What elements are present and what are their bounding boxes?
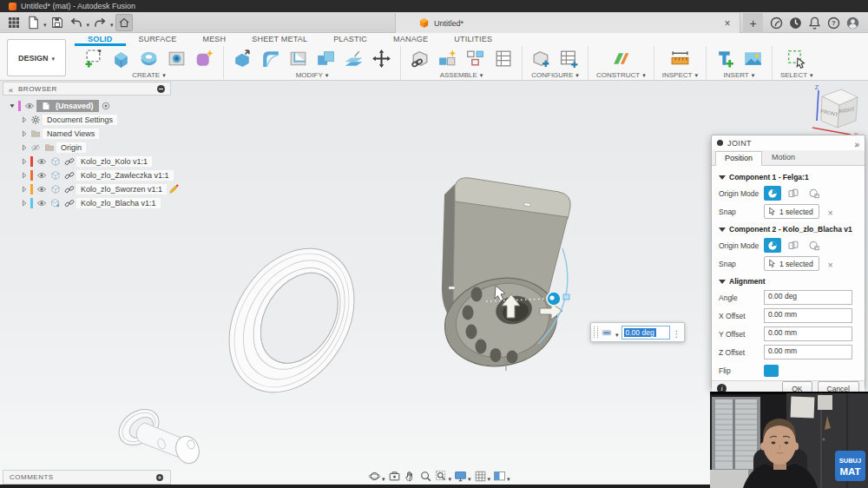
collapse-browser-icon[interactable] xyxy=(9,81,18,96)
group-label-configure[interactable]: CONFIGURE xyxy=(531,71,579,79)
user-avatar[interactable] xyxy=(845,16,860,30)
drag-handle-icon[interactable] xyxy=(594,326,598,338)
configuration-table-icon[interactable] xyxy=(558,48,580,69)
expand-closed-icon[interactable] xyxy=(20,115,29,124)
component2-section-header[interactable]: Component 2 - Kolo_zlo_Blacha v1 xyxy=(719,225,858,234)
browser-root-row[interactable]: (Unsaved) xyxy=(3,99,171,112)
expand-closed-icon[interactable] xyxy=(20,185,29,194)
clear-selection-icon[interactable] xyxy=(828,256,833,272)
display-settings-icon[interactable] xyxy=(454,469,471,485)
ribbon-tab-sheet-metal[interactable]: SHEET METAL xyxy=(239,33,320,46)
combine-icon[interactable] xyxy=(315,48,337,69)
comments-bar[interactable]: COMMENTS xyxy=(3,470,171,485)
document-tab[interactable]: Untitled* xyxy=(395,13,740,33)
new-component-icon[interactable] xyxy=(409,48,431,69)
revolve-icon[interactable] xyxy=(138,48,160,69)
hole-icon[interactable] xyxy=(166,48,187,69)
eye-icon[interactable] xyxy=(24,101,35,111)
eye-icon[interactable] xyxy=(36,170,47,181)
model-felga[interactable] xyxy=(204,226,380,416)
offset-face-icon[interactable] xyxy=(343,48,365,69)
create-sketch-icon[interactable] xyxy=(82,48,104,69)
view-cube[interactable]: Z X FRONT RIGHT xyxy=(800,82,866,138)
expand-closed-icon[interactable] xyxy=(20,157,29,166)
between-two-faces-button[interactable] xyxy=(785,186,802,201)
clear-selection-icon[interactable] xyxy=(828,204,833,220)
ribbon-tab-solid[interactable]: SOLID xyxy=(75,33,126,46)
group-label-assemble[interactable]: ASSEMBLE xyxy=(440,71,483,79)
viewports-icon-caret[interactable] xyxy=(507,469,510,485)
browser-options-icon[interactable] xyxy=(157,85,165,93)
configure-icon[interactable] xyxy=(530,48,552,69)
ribbon-tab-manage[interactable]: MANAGE xyxy=(380,33,441,46)
x-offset-input[interactable]: 0.00 mm xyxy=(764,308,852,323)
ribbon-tab-plastic[interactable]: PLASTIC xyxy=(320,33,380,46)
expand-closed-icon[interactable] xyxy=(20,129,29,138)
file-menu-icon[interactable] xyxy=(24,14,42,31)
shell-icon[interactable] xyxy=(287,48,309,69)
construct-plane-icon[interactable] xyxy=(610,48,632,69)
rigid-group-icon[interactable] xyxy=(464,48,486,69)
app-grid-icon[interactable] xyxy=(5,14,23,31)
component1-snap-selection[interactable]: 1 selected xyxy=(764,204,819,219)
group-label-create[interactable]: CREATE xyxy=(132,71,165,79)
redo-icon[interactable] xyxy=(91,14,108,31)
ribbon-tab-mesh[interactable]: MESH xyxy=(189,33,239,46)
pan-icon[interactable] xyxy=(404,470,417,483)
extensions-icon[interactable] xyxy=(769,16,784,30)
fit-icon-caret[interactable] xyxy=(449,469,452,485)
eye-off-icon[interactable] xyxy=(30,142,41,153)
look-at-icon[interactable] xyxy=(388,470,401,483)
expand-closed-icon[interactable] xyxy=(20,171,29,180)
notifications-bell-icon[interactable] xyxy=(807,16,822,30)
job-status-icon[interactable] xyxy=(788,16,803,30)
joint-dialog-header[interactable]: JOINT xyxy=(712,135,865,150)
group-label-inspect[interactable]: INSPECT xyxy=(662,71,698,79)
group-label-modify[interactable]: MODIFY xyxy=(296,71,329,79)
between-two-faces-button[interactable] xyxy=(785,238,802,253)
save-icon[interactable] xyxy=(49,14,66,31)
expand-open-icon[interactable] xyxy=(8,102,16,110)
model-blacha[interactable] xyxy=(437,178,570,377)
grid-display-icon-caret[interactable] xyxy=(488,469,491,485)
group-label-construct[interactable]: CONSTRUCT xyxy=(596,71,646,79)
close-tab-icon[interactable] xyxy=(722,18,733,29)
new-tab-button[interactable] xyxy=(743,13,763,33)
root-document-chip[interactable]: (Unsaved) xyxy=(36,100,99,112)
viewports-icon[interactable] xyxy=(493,469,510,485)
simple-origin-mode-button[interactable] xyxy=(764,186,781,201)
component2-snap-selection[interactable]: 1 selected xyxy=(764,256,819,271)
redo-caret-icon[interactable] xyxy=(110,15,114,30)
form-icon[interactable] xyxy=(194,48,215,69)
eye-icon[interactable] xyxy=(36,156,47,167)
browser-component-row[interactable]: Kolo_zlo_Kolo v1:1 xyxy=(3,155,171,168)
alignment-section-header[interactable]: Alignment xyxy=(719,277,858,286)
tab-position[interactable]: Position xyxy=(715,151,762,166)
two-edge-intersection-button[interactable] xyxy=(806,238,823,253)
model-sworzen[interactable] xyxy=(112,402,202,467)
add-comment-icon[interactable] xyxy=(155,473,164,482)
display-settings-icon-caret[interactable] xyxy=(468,469,471,485)
angle-value-input[interactable]: 0.00 deg xyxy=(621,326,670,340)
select-icon[interactable] xyxy=(786,48,807,69)
insert-derive-icon[interactable] xyxy=(714,48,736,69)
move-icon[interactable] xyxy=(371,48,392,69)
dock-panel-icon[interactable] xyxy=(854,135,859,151)
orbit-icon[interactable] xyxy=(368,469,385,485)
angle-widget-caret-icon[interactable] xyxy=(615,325,619,340)
zoom-icon[interactable] xyxy=(419,470,432,483)
two-edge-intersection-button[interactable] xyxy=(806,186,823,201)
measure-icon[interactable] xyxy=(669,48,691,69)
flip-button[interactable] xyxy=(764,365,779,377)
home-view-icon[interactable] xyxy=(115,14,133,31)
press-pull-icon[interactable] xyxy=(232,48,253,69)
group-label-insert[interactable]: INSERT xyxy=(724,71,755,79)
more-options-icon[interactable] xyxy=(673,325,681,340)
simple-origin-mode-button[interactable] xyxy=(764,238,781,253)
y-offset-input[interactable]: 0.00 mm xyxy=(764,326,852,341)
grid-display-icon[interactable] xyxy=(474,469,491,485)
canvas-icon[interactable] xyxy=(742,48,764,69)
ribbon-tab-surface[interactable]: SURFACE xyxy=(126,33,190,46)
eye-icon[interactable] xyxy=(36,184,47,195)
help-icon[interactable]: ? xyxy=(826,16,841,30)
